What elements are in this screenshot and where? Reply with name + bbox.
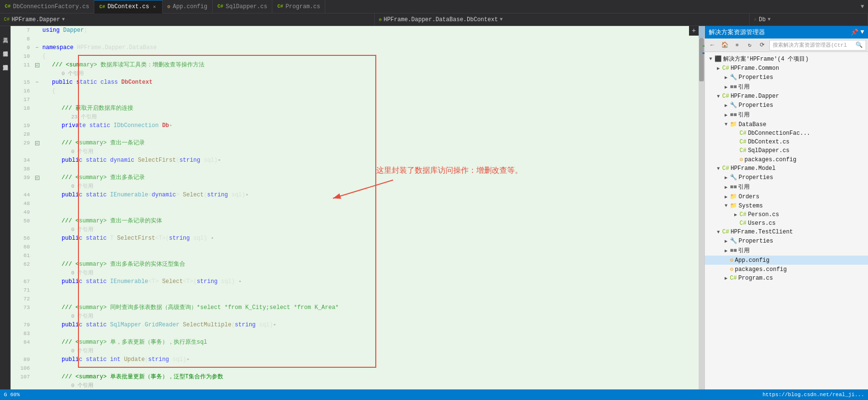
code-line-72: [42, 295, 697, 303]
tree-ref-common[interactable]: ▶ ■■ 引用: [705, 82, 868, 92]
toolbar-refresh-button[interactable]: ⟳: [757, 40, 767, 51]
code-line-38: [42, 165, 697, 173]
panel-header-buttons: 📌 ▼: [851, 28, 864, 36]
tab-sqldapper[interactable]: C# SqlDapper.cs: [213, 0, 272, 13]
tree-project-dapper[interactable]: ▼ C# HPFrame.Dapper: [705, 92, 868, 101]
toolbar-back-button[interactable]: ←: [707, 40, 717, 51]
tree-ref-testclient[interactable]: ▶ ■■ 引用: [705, 245, 868, 256]
tree-file-dbcontext[interactable]: C# DbContext.cs: [705, 138, 868, 146]
tree-arrow: [722, 258, 730, 263]
tree-folder-properties-testclient[interactable]: ▶ 🔧 Properties: [705, 236, 868, 245]
tree-arrow: ▶: [722, 84, 730, 90]
search-bar[interactable]: 搜索解决方案资源管理器(Ctrl 🔍: [769, 40, 866, 51]
scrollbar-thumb[interactable]: [699, 38, 704, 81]
code-line-49: [42, 208, 697, 217]
code-line-84: /// <summary> 单，多表更新（事务），执行原生sql: [42, 338, 697, 347]
config-icon: ⚙: [730, 257, 733, 264]
panel-pin-button[interactable]: 📌: [851, 28, 858, 36]
code-editor[interactable]: using Dapper; namespace HPFrame.Dapper.D…: [40, 26, 699, 389]
toolbar-home-button[interactable]: 🏠: [719, 40, 730, 51]
fold-summary-29[interactable]: −: [35, 141, 39, 145]
tab-dbconnectionfactory[interactable]: C# DbConnectionFactory.cs: [0, 0, 94, 13]
member-dropdown[interactable]: ⚡ Db ▼: [750, 13, 868, 26]
tree-ref-dapper[interactable]: ▶ ■■ 引用: [705, 110, 868, 120]
tree-file-dbconnectionfactory[interactable]: C# DbConnectionFac...: [705, 129, 868, 138]
solution-explorer-header: 解决方案资源管理器 📌 ▼: [705, 26, 868, 39]
editor-vertical-scrollbar[interactable]: [699, 26, 704, 389]
tree-folder-properties-common[interactable]: ▶ 🔧 Properties: [705, 73, 868, 82]
folder-icon: 🔧: [730, 237, 737, 245]
class-dropdown[interactable]: ⊕ HPFrame.Dapper.DataBase.DbContext ▼: [375, 13, 750, 26]
tree-file-sqldapper[interactable]: C# SqlDapper.cs: [705, 146, 868, 155]
code-line-61: [42, 251, 697, 260]
tree-file-program[interactable]: ▶ C# Program.cs: [705, 274, 868, 283]
project-icon: C#: [722, 65, 729, 72]
tab-program[interactable]: C# Program.cs: [272, 0, 325, 13]
code-line-10: {: [42, 52, 697, 61]
tree-folder-systems[interactable]: ▼ 📁 Systems: [705, 201, 868, 210]
tree-arrow: ▶: [722, 75, 730, 80]
solution-explorer-panel: 解决方案资源管理器 📌 ▼ ← 🏠 ⊞ ↻ ⟳ 搜索解决方案资源管理器(Ctrl…: [704, 26, 868, 389]
tree-project-model[interactable]: ▼ C# HPFrame.Model: [705, 164, 868, 173]
tree-file-packages-dapper[interactable]: ⚙ packages.config: [705, 155, 868, 164]
code-line-60: [42, 243, 697, 251]
code-line-ref-29: 0 个引用: [42, 147, 697, 156]
tab-close-button[interactable]: ✕: [152, 3, 157, 10]
code-line-ref-18: 23 个引用: [42, 113, 697, 121]
cs-icon: ⊕: [379, 17, 382, 23]
tree-label: 引用: [738, 111, 750, 119]
config-icon: ⚙: [730, 266, 733, 273]
folder-icon: 🔧: [730, 174, 737, 181]
tree-label: Properties: [739, 102, 773, 109]
code-line-ref-73: 0 个引用: [42, 312, 697, 321]
tree-arrow: ▶: [722, 184, 730, 190]
toolbar-sync-button[interactable]: ↻: [744, 40, 755, 51]
cs-icon: C#: [740, 139, 746, 145]
code-line-71: [42, 286, 697, 295]
search-placeholder: 搜索解决方案资源管理器(Ctrl: [773, 41, 847, 49]
code-line-83: [42, 329, 697, 338]
tab-dbcontext[interactable]: C# DbContext.cs ✕: [94, 0, 162, 13]
tree-label: DbConnectionFac...: [748, 130, 810, 137]
fold-class[interactable]: −: [34, 78, 40, 87]
code-line-16: {: [42, 87, 697, 95]
tree-arrow: ▶: [715, 65, 722, 71]
tab-appconfig[interactable]: ⚙ App.config: [163, 0, 213, 13]
cs-icon: C#: [740, 147, 746, 154]
tree-file-person[interactable]: ▶ C# Person.cs: [705, 210, 868, 219]
tree-folder-properties-dapper[interactable]: ▶ 🔧 Properties: [705, 101, 868, 110]
tree-project-common[interactable]: ▶ C# HPFrame.Common: [705, 64, 868, 73]
tree-label: Orders: [739, 194, 759, 200]
tree-label: HPFrame.TestClient: [730, 229, 793, 235]
tree-ref-model[interactable]: ▶ ■■ 引用: [705, 182, 868, 192]
code-line-44: public static IEnumerable<dynamic> Selec…: [42, 191, 697, 199]
sidebar-explorer-icon[interactable]: 解决方案资源管理器: [1, 55, 10, 66]
fold-summary-11[interactable]: −: [35, 63, 39, 67]
sidebar-server-icon[interactable]: 服务器资源管理: [1, 41, 10, 53]
search-icon[interactable]: 🔍: [855, 41, 863, 49]
tree-file-appconfig[interactable]: ⚙ App.config: [705, 256, 868, 265]
tree-solution-root[interactable]: ▼ ⬛ 解决方案'HPFrame'(4 个项目): [705, 54, 868, 64]
tree-arrow: ▶: [722, 248, 730, 254]
add-editor-button[interactable]: +: [689, 26, 699, 36]
code-line-107: /// <summary> 单表批量更新（事务），泛型T集合作为参数: [42, 373, 697, 381]
solution-explorer-tree: ▼ ⬛ 解决方案'HPFrame'(4 个项目) ▶ C# HPFrame.Co…: [705, 52, 868, 389]
tree-folder-database[interactable]: ▼ 📁 DataBase: [705, 120, 868, 129]
tree-folder-orders[interactable]: ▶ 📁 Orders: [705, 192, 868, 201]
cs-icon: C#: [740, 220, 746, 227]
tree-file-packages-testclient[interactable]: ⚙ packages.config: [705, 265, 868, 274]
tab-label: SqlDapper.cs: [226, 3, 267, 10]
panel-dropdown-button[interactable]: ▼: [860, 28, 864, 36]
fold-namespace[interactable]: −: [34, 43, 40, 52]
member-icon: ⚡: [753, 16, 757, 23]
tree-project-testclient[interactable]: ▼ C# HPFrame.TestClient: [705, 228, 868, 236]
tree-arrow: [732, 157, 740, 162]
namespace-dropdown[interactable]: C# HPFrame.Dapper ▼: [0, 13, 375, 26]
code-line-48: [42, 199, 697, 208]
sidebar-toolbox-icon[interactable]: 工具箱: [1, 28, 10, 39]
toolbar-expand-button[interactable]: ⊞: [732, 40, 742, 51]
fold-summary-39[interactable]: −: [35, 176, 39, 180]
tree-file-users[interactable]: C# Users.cs: [705, 219, 868, 228]
tree-folder-properties-model[interactable]: ▶ 🔧 Properties: [705, 173, 868, 182]
code-line-29: /// <summary> 查出一条记录: [42, 139, 697, 147]
